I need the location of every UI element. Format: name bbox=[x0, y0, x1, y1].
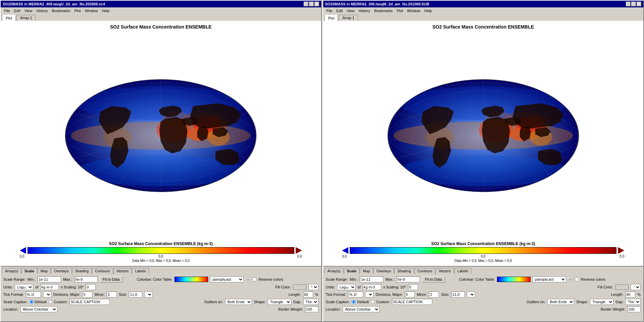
border-weight-input-2[interactable] bbox=[627, 306, 641, 312]
caption-custom-radio-1[interactable] bbox=[48, 300, 52, 304]
menu-file-2[interactable]: File bbox=[325, 8, 335, 13]
plot-title-2: SO2 Surface Mass Concentration ENSEMBLE bbox=[432, 24, 534, 30]
shape-select-1[interactable]: Triangle bbox=[268, 299, 291, 305]
units-select-1[interactable]: Log₁₀ bbox=[15, 284, 33, 290]
ctrl-tab-contours-2[interactable]: Contours bbox=[414, 268, 436, 274]
size-input-2[interactable] bbox=[451, 291, 465, 297]
close-btn-2[interactable]: ✕ bbox=[637, 2, 641, 6]
menu-edit-2[interactable]: Edit bbox=[334, 8, 345, 13]
length-input-1[interactable] bbox=[303, 291, 313, 297]
menu-history-1[interactable]: History bbox=[34, 8, 50, 13]
ctrl-tab-overlays-1[interactable]: Overlays bbox=[51, 268, 71, 274]
menu-file-1[interactable]: File bbox=[2, 8, 12, 13]
caption-default-radio-2[interactable] bbox=[352, 300, 356, 304]
ctrl-tab-arrays-2[interactable]: Array(s) bbox=[325, 268, 344, 274]
ctrl-tab-shading-2[interactable]: Shading bbox=[394, 268, 414, 274]
tick-format-2[interactable] bbox=[348, 291, 363, 297]
major-div-2[interactable] bbox=[405, 291, 415, 297]
size-select-1[interactable]: ▼ bbox=[144, 291, 153, 297]
tab-array-2[interactable]: Array 1 bbox=[339, 15, 358, 21]
caption-custom-input-2[interactable] bbox=[392, 299, 432, 305]
fill-color-select-1[interactable]: ▼ bbox=[308, 284, 318, 290]
tick-format-select-1[interactable]: ▼ bbox=[43, 291, 51, 297]
menu-window-2[interactable]: Window bbox=[405, 8, 422, 13]
tick-format-select-2[interactable]: ▼ bbox=[365, 291, 374, 297]
tab-array-1[interactable]: Array 1 bbox=[16, 15, 36, 21]
shape-select-2[interactable]: Triangle bbox=[590, 299, 613, 305]
scaling-input-1[interactable] bbox=[86, 284, 96, 290]
ctrl-tab-scale-1[interactable]: Scale bbox=[21, 268, 37, 274]
units-select-2[interactable]: Log₁₀ bbox=[337, 284, 356, 290]
location-select-1[interactable]: Above Colorbar bbox=[20, 306, 57, 312]
ctrl-tab-labels-2[interactable]: Labels bbox=[454, 268, 471, 274]
ctrl-tab-overlays-2[interactable]: Overlays bbox=[374, 268, 394, 274]
minor-label-2: Minor: bbox=[417, 292, 427, 296]
gap-select-1[interactable]: Thin bbox=[303, 299, 318, 305]
tab-plot-1[interactable]: Plot bbox=[2, 15, 16, 21]
maximize-btn-1[interactable]: □ bbox=[309, 2, 314, 6]
outliers-select-1[interactable]: Both Ends bbox=[225, 299, 252, 305]
ctrl-tab-map-2[interactable]: Map bbox=[360, 268, 373, 274]
minimize-btn-1[interactable]: _ bbox=[304, 2, 308, 6]
menu-window-1[interactable]: Window bbox=[83, 8, 100, 13]
max-input-2[interactable] bbox=[396, 276, 420, 282]
border-weight-label-2: Border Weight: bbox=[601, 307, 625, 311]
tab-plot-2[interactable]: Plot bbox=[325, 15, 338, 21]
units-label-2: Units: bbox=[326, 285, 335, 289]
length-input-2[interactable] bbox=[625, 291, 635, 297]
menu-bookmarks-2[interactable]: Bookmarks bbox=[372, 8, 395, 13]
major-div-1[interactable] bbox=[82, 291, 92, 297]
max-input-1[interactable] bbox=[74, 276, 98, 282]
menu-plot-1[interactable]: Plot bbox=[72, 8, 83, 13]
menu-view-1[interactable]: View bbox=[22, 8, 35, 13]
scaling-input-2[interactable] bbox=[408, 284, 418, 290]
menu-history-2[interactable]: History bbox=[357, 8, 372, 13]
minimize-btn-2[interactable]: _ bbox=[626, 2, 631, 6]
outliers-select-2[interactable]: Both Ends bbox=[547, 299, 574, 305]
caption-custom-input-1[interactable] bbox=[69, 299, 110, 305]
reverse-label-1: Reverse colors bbox=[258, 277, 283, 281]
size-select-2[interactable]: ▼ bbox=[467, 291, 475, 297]
ctrl-tab-scale-2[interactable]: Scale bbox=[344, 268, 360, 274]
menu-help-2[interactable]: Help bbox=[422, 8, 434, 13]
gap-select-2[interactable]: Thin bbox=[626, 299, 641, 305]
ctrl-tab-vectors-2[interactable]: Vectors bbox=[436, 268, 454, 274]
ctrl-tab-arrays-1[interactable]: Array(s) bbox=[2, 268, 21, 274]
color-table-select-1[interactable]: panoply.act bbox=[210, 276, 244, 282]
fill-color-preview-1 bbox=[293, 284, 306, 290]
units-value-2[interactable] bbox=[363, 284, 381, 290]
menu-bookmarks-1[interactable]: Bookmarks bbox=[50, 8, 72, 13]
control-row-location-2: Location: Above Colorbar Border Weight: bbox=[326, 306, 641, 312]
reverse-colors-cb-2[interactable] bbox=[575, 277, 579, 281]
border-weight-input-1[interactable] bbox=[305, 306, 318, 312]
maximize-btn-2[interactable]: □ bbox=[631, 2, 636, 6]
ctrl-tab-shading-1[interactable]: Shading bbox=[72, 268, 92, 274]
ctrl-tab-vectors-1[interactable]: Vectors bbox=[113, 268, 132, 274]
menu-edit-1[interactable]: Edit bbox=[12, 8, 22, 13]
menu-plot-2[interactable]: Plot bbox=[395, 8, 405, 13]
caption-custom-radio-2[interactable] bbox=[371, 300, 375, 304]
ctrl-tab-map-1[interactable]: Map bbox=[38, 268, 51, 274]
control-row-tick-1: Tick Format: ▼ Divisions, Major: Minor: … bbox=[3, 291, 318, 297]
fill-color-select-2[interactable]: ▼ bbox=[631, 284, 641, 290]
units-value-1[interactable] bbox=[40, 284, 59, 290]
fit-to-data-btn-1[interactable]: Fit to Data bbox=[100, 276, 123, 283]
reverse-colors-cb-1[interactable] bbox=[252, 277, 256, 281]
tick-format-1[interactable] bbox=[26, 291, 41, 297]
color-table-select-2[interactable]: panoply.act bbox=[533, 276, 566, 282]
ctrl-tab-labels-1[interactable]: Labels bbox=[132, 268, 149, 274]
menu-view-2[interactable]: View bbox=[345, 8, 357, 13]
size-input-1[interactable] bbox=[129, 291, 142, 297]
location-select-2[interactable]: Above Colorbar bbox=[343, 306, 380, 312]
colorbar-label-1: Colorbar: Color Table: bbox=[137, 277, 173, 281]
close-btn-1[interactable]: ✕ bbox=[314, 2, 319, 6]
menu-help-1[interactable]: Help bbox=[100, 8, 112, 13]
ctrl-tab-contours-1[interactable]: Contours bbox=[92, 268, 113, 274]
cb-label-mid-2: 0,0 bbox=[481, 255, 486, 258]
min-input-1[interactable] bbox=[38, 276, 61, 282]
caption-default-radio-1[interactable] bbox=[30, 300, 34, 304]
min-input-2[interactable] bbox=[360, 276, 383, 282]
minor-div-1[interactable] bbox=[107, 291, 117, 297]
minor-div-2[interactable] bbox=[429, 291, 439, 297]
fit-to-data-btn-2[interactable]: Fit to Data bbox=[422, 276, 445, 283]
